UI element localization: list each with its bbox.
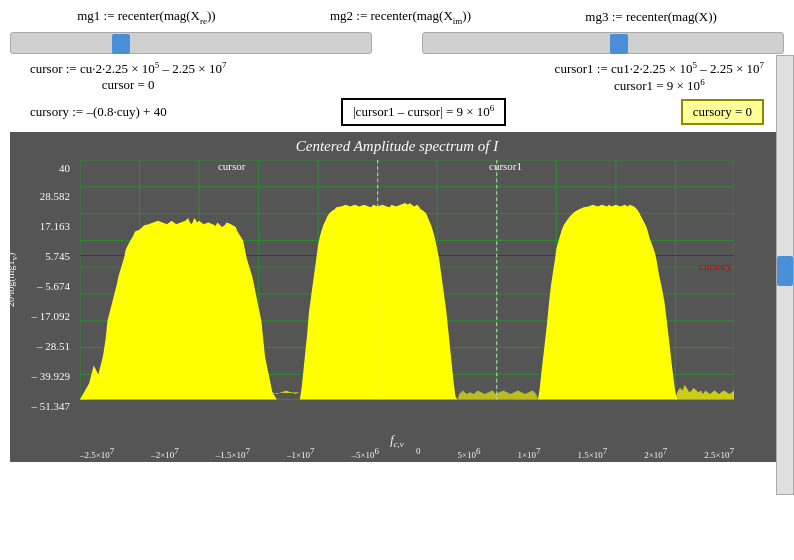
cursor-left-block: cursor := cu·2·2.25 × 105 – 2.25 × 107 c… [30,60,226,95]
x-label-6: 5×106 [457,446,480,460]
x-label-7: 1×107 [517,446,540,460]
right-scrollbar[interactable] [776,55,794,495]
fc-label: fc,v [390,433,404,449]
y-label-0: 40 [59,162,70,174]
x-label-1: –2×107 [151,446,179,460]
svg-marker-28 [457,390,538,399]
cursor-value: cursor = 0 [102,77,155,93]
svg-marker-25 [538,204,677,399]
mg2-formula: mg2 := recenter(mag(Xim)) [330,8,471,26]
x-label-5: 0 [416,446,421,456]
x-label-10: 2.5×107 [704,446,734,460]
svg-marker-24 [300,202,458,399]
cursory-value-box: cursory = 0 [681,99,764,125]
cursory-formula: cursory := –(0.8·cuy) + 40 [30,104,167,120]
cursor1-label: cursor1 [489,160,522,172]
right-slider-thumb[interactable] [610,34,628,54]
y-label-4: – 5.674 [37,280,70,292]
scrollbar-thumb[interactable] [777,256,793,286]
cursory-right-label: cursory [699,260,732,272]
mg1-formula: mg1 := recenter(mag(Xre)) [77,8,216,26]
svg-marker-27 [675,385,734,399]
y-label-8: – 51.347 [32,400,71,412]
cursor-right-block: cursor1 := cu1·2·2.25 × 105 – 2.25 × 107… [555,60,764,95]
y-axis: 40 28.582 17.163 5.745 – 5.674 – 17.092 … [10,162,75,437]
mg3-formula: mg3 := recenter(mag(X)) [585,9,717,25]
x-label-0: –2.5×107 [80,446,114,460]
left-slider-thumb[interactable] [112,34,130,54]
chart-area: Centered Amplitude spectrum of I 40 28.5… [10,132,784,462]
middle-row: cursory := –(0.8·cuy) + 40 |cursor1 – cu… [0,96,794,129]
x-label-2: –1.5×107 [216,446,250,460]
main-container: mg1 := recenter(mag(Xre)) mg2 := recente… [0,0,794,560]
x-axis-labels: –2.5×107 –2×107 –1.5×107 –1×107 –5×106 0… [80,446,734,460]
y-label-7: – 39.929 [32,370,71,382]
cursor-diff-box: |cursor1 – cursor| = 9 × 106 [341,98,506,125]
cursor-formulas: cursor := cu·2·2.25 × 105 – 2.25 × 107 c… [0,56,794,97]
y-label-5: – 17.092 [32,310,71,322]
x-label-8: 1.5×107 [577,446,607,460]
cursor-formula: cursor := cu·2·2.25 × 105 – 2.25 × 107 [30,60,226,77]
chart-title: Centered Amplitude spectrum of I [10,132,784,159]
x-label-3: –1×107 [287,446,315,460]
y-label-3: 5.745 [45,250,70,262]
formula-row: mg1 := recenter(mag(Xre)) mg2 := recente… [0,0,794,30]
cursor1-formula: cursor1 := cu1·2·2.25 × 105 – 2.25 × 107 [555,60,764,77]
y-label-6: – 28.51 [37,340,70,352]
sliders-row [0,30,794,56]
chart-svg [80,160,734,428]
y-label-1: 28.582 [40,190,70,202]
y-axis-formula-label: 20·log(mg1v) [5,227,19,307]
x-label-4: –5×106 [352,446,380,460]
y-label-2: 17.163 [40,220,70,232]
left-slider[interactable] [10,32,372,54]
right-slider[interactable] [422,32,784,54]
x-label-9: 2×107 [644,446,667,460]
cursor1-value: cursor1 = 9 × 106 [614,77,705,94]
cursor-label: cursor [218,160,246,172]
svg-marker-23 [80,218,277,399]
